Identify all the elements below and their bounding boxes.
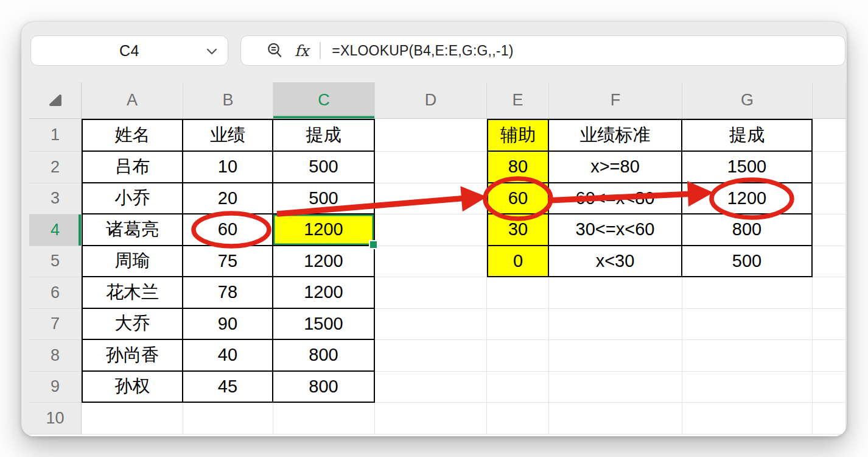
cell-C9[interactable]: 800 [273, 372, 375, 403]
cell-B2[interactable]: 10 [183, 152, 273, 183]
cell-G6[interactable] [682, 277, 813, 309]
row-header-8[interactable]: 8 [29, 340, 82, 372]
row-header-3[interactable]: 3 [29, 183, 82, 215]
cell-F1[interactable]: 业绩标准 [549, 119, 682, 152]
cell-C2[interactable]: 500 [273, 152, 375, 183]
cell-B7[interactable]: 90 [183, 309, 273, 341]
cell-D9[interactable] [375, 372, 487, 403]
column-header-E[interactable]: E [487, 82, 549, 119]
cell-A3[interactable]: 小乔 [82, 183, 183, 215]
cell-E6[interactable] [487, 277, 549, 309]
row-header-4[interactable]: 4 [29, 214, 82, 246]
cell-E10[interactable] [487, 403, 549, 434]
cell-D2[interactable] [375, 152, 487, 183]
cell-G1[interactable]: 提成 [682, 119, 813, 152]
cell-H2[interactable] [813, 152, 846, 183]
cell-A5[interactable]: 周瑜 [82, 246, 183, 278]
fx-icon[interactable]: fx [295, 42, 309, 60]
cell-G3[interactable]: 1200 [682, 183, 813, 215]
cell-B9[interactable]: 45 [183, 372, 273, 403]
search-formula-icon[interactable] [267, 42, 284, 59]
cell-G5[interactable]: 500 [682, 246, 813, 278]
cell-E9[interactable] [487, 372, 549, 403]
cell-A4[interactable]: 诸葛亮 [82, 214, 183, 246]
cell-C6[interactable]: 1200 [273, 277, 375, 309]
cell-D1[interactable] [375, 119, 487, 152]
cell-B8[interactable]: 40 [183, 340, 273, 372]
cell-F3[interactable]: 60<=x<80 [549, 183, 682, 215]
cell-H9[interactable] [813, 372, 846, 403]
chevron-down-icon[interactable] [206, 48, 218, 56]
cell-F9[interactable] [549, 372, 682, 403]
cell-F5[interactable]: x<30 [549, 246, 682, 278]
cell-A10[interactable] [82, 403, 183, 434]
cell-A9[interactable]: 孙权 [82, 372, 183, 403]
cell-G9[interactable] [682, 372, 813, 403]
cell-B5[interactable]: 75 [183, 246, 273, 278]
fill-handle[interactable] [369, 240, 378, 249]
column-header-B[interactable]: B [183, 82, 273, 119]
cell-F2[interactable]: x>=80 [549, 152, 682, 183]
cell-D5[interactable] [375, 246, 487, 278]
cell-F8[interactable] [549, 340, 682, 372]
cell-E1[interactable]: 辅助 [487, 119, 549, 152]
row-header-7[interactable]: 7 [29, 309, 82, 341]
cell-E4[interactable]: 30 [487, 214, 549, 246]
cell-G10[interactable] [682, 403, 813, 434]
cell-C1[interactable]: 提成 [273, 119, 375, 152]
column-header-F[interactable]: F [549, 82, 682, 119]
cell-A2[interactable]: 吕布 [82, 152, 183, 183]
cell-H7[interactable] [813, 309, 846, 341]
cell-A8[interactable]: 孙尚香 [82, 340, 183, 372]
cell-C5[interactable]: 1200 [273, 246, 375, 278]
cell-G7[interactable] [682, 309, 813, 341]
row-header-10[interactable]: 10 [29, 403, 82, 434]
row-header-5[interactable]: 5 [29, 246, 82, 278]
cell-C3[interactable]: 500 [273, 183, 375, 215]
column-header-C[interactable]: C [273, 82, 375, 119]
column-header-D[interactable]: D [375, 82, 487, 119]
cell-B1[interactable]: 业绩 [183, 119, 273, 152]
cell-H5[interactable] [813, 246, 846, 278]
cell-C8[interactable]: 800 [273, 340, 375, 372]
cell-B6[interactable]: 78 [183, 277, 273, 309]
cell-H10[interactable] [813, 403, 846, 434]
row-header-2[interactable]: 2 [29, 152, 82, 183]
cell-A7[interactable]: 大乔 [82, 309, 183, 341]
cell-H3[interactable] [813, 183, 846, 215]
formula-input[interactable]: =XLOOKUP(B4,E:E,G:G,,-1) [332, 43, 513, 59]
select-all-button[interactable] [29, 82, 82, 119]
row-header-1[interactable]: 1 [29, 119, 82, 152]
cell-D4[interactable] [375, 214, 487, 246]
column-header-A[interactable]: A [82, 82, 183, 119]
cell-D8[interactable] [375, 340, 487, 372]
name-box-value[interactable]: C4 [119, 42, 139, 60]
cell-F10[interactable] [549, 403, 682, 434]
cell-E3[interactable]: 60 [487, 183, 549, 215]
cell-E8[interactable] [487, 340, 549, 372]
cell-D3[interactable] [375, 183, 487, 215]
name-box[interactable]: C4 [30, 35, 228, 66]
cell-F4[interactable]: 30<=x<60 [549, 214, 682, 246]
cell-E2[interactable]: 80 [487, 152, 549, 183]
cell-E5[interactable]: 0 [487, 246, 549, 278]
cell-F6[interactable] [549, 277, 682, 309]
cell-D7[interactable] [375, 309, 487, 341]
cell-A6[interactable]: 花木兰 [82, 277, 183, 309]
cell-E7[interactable] [487, 309, 549, 341]
formula-bar[interactable]: fx =XLOOKUP(B4,E:E,G:G,,-1) [240, 35, 845, 66]
cell-H6[interactable] [813, 277, 846, 309]
cell-F7[interactable] [549, 309, 682, 341]
cell-D6[interactable] [375, 277, 487, 309]
cell-G8[interactable] [682, 340, 813, 372]
cell-H4[interactable] [813, 214, 846, 246]
column-header-G[interactable]: G [682, 82, 813, 119]
cell-B4[interactable]: 60 [183, 214, 273, 246]
cell-C7[interactable]: 1500 [273, 309, 375, 341]
cell-C4[interactable]: 1200 [273, 214, 375, 246]
cell-G4[interactable]: 800 [682, 214, 813, 246]
column-header-h[interactable] [813, 82, 846, 119]
cell-G2[interactable]: 1500 [682, 152, 813, 183]
cell-H8[interactable] [813, 340, 846, 372]
cell-A1[interactable]: 姓名 [82, 119, 183, 152]
